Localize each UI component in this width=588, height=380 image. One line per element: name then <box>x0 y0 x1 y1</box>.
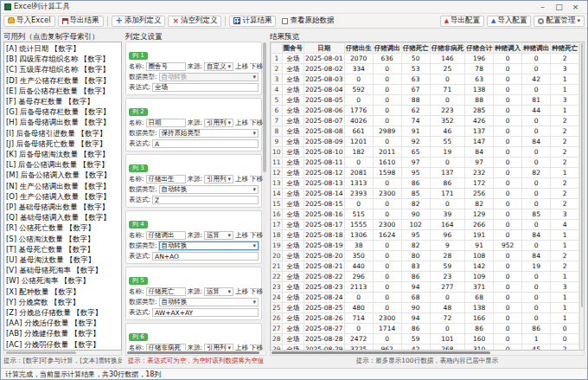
available-column-item[interactable]: [P] 基础母猪调出数量 【数字】 <box>6 202 119 212</box>
import-config-button[interactable]: ▲ 导入配置 <box>487 16 531 27</box>
table-row[interactable]: 24全场2025-08-2400680680010 <box>272 293 585 303</box>
available-column-item[interactable]: [E] 后备公猪存栏数量 【数字】 <box>6 86 119 96</box>
result-table-vscrollbar[interactable] <box>579 42 584 350</box>
column-definitions-hscrollbar[interactable] <box>125 351 266 356</box>
scrollbar-thumb[interactable] <box>263 42 266 172</box>
available-column-item[interactable]: [X] 配种数量 【数字】 <box>6 287 119 297</box>
available-column-item[interactable]: [AC] 分娩弱仔数量 【数字】 <box>6 339 119 350</box>
minimize-icon[interactable]: – <box>534 2 551 13</box>
move-up-button[interactable]: 上移 <box>235 344 248 351</box>
column-name-input[interactable] <box>146 344 186 351</box>
column-header[interactable]: 日期 <box>304 43 345 54</box>
table-row[interactable]: 8全场2025-08-08661298991461370020 <box>272 126 585 137</box>
column-header[interactable]: 仔猪合计 <box>465 43 494 54</box>
maximize-icon[interactable]: □ <box>551 2 567 13</box>
available-column-item[interactable]: [I] 后备母猪引进数量 【数字】 <box>6 128 119 138</box>
available-column-item[interactable]: [W] 公猪死淘率 【数字】 <box>6 275 119 286</box>
export-result-button[interactable]: 导出结果 <box>58 16 104 27</box>
table-row[interactable]: 5全场2025-08-05008808808130 <box>272 95 585 106</box>
source-select[interactable]: 运算▾ <box>204 287 233 296</box>
table-row[interactable]: 10全场2025-08-1018220116519840020 <box>272 147 585 158</box>
available-column-item[interactable]: [G] 后备母猪存栏数量 【数字】 <box>6 106 119 117</box>
available-column-item[interactable]: [M] 后备公猪调入数量 【数字】 <box>6 170 119 180</box>
move-up-button[interactable]: 上移 <box>235 119 248 127</box>
available-column-item[interactable]: [V] 基础母猪死淘率 【数字】 <box>6 265 119 275</box>
move-down-button[interactable]: 下移 <box>250 231 263 240</box>
view-raw-data-checkbox[interactable]: 查看原始数据 <box>278 16 337 27</box>
column-header[interactable]: 种猪调入 <box>494 43 522 54</box>
column-header[interactable]: 种猪调出 <box>522 43 551 54</box>
column-header[interactable]: 种猪死亡 <box>551 43 579 54</box>
table-row[interactable]: 9全场2025-08-0912010925514708420 <box>272 137 585 147</box>
available-column-item[interactable]: [B] 四级库存组织名称 【数字】 <box>6 54 119 64</box>
move-down-button[interactable]: 下移 <box>250 62 263 71</box>
table-row[interactable]: 1全场2025-08-012070636501461960020 <box>272 54 585 64</box>
column-header[interactable]: 仔猪非病死 <box>430 43 465 54</box>
table-row[interactable]: 23全场2025-08-2321130942773710030 <box>272 282 585 293</box>
column-header[interactable]: 仔猪死亡 <box>401 43 430 54</box>
add-column-button[interactable]: + 添加列定义 <box>112 16 166 27</box>
available-columns-hscrollbar[interactable] <box>3 351 122 356</box>
source-select[interactable]: 引用列▾ <box>204 119 233 127</box>
table-row[interactable]: 27全场2025-08-27017148608608600 <box>272 324 585 334</box>
available-column-item[interactable]: [L] 后备公猪调出数量 【数字】 <box>6 159 119 170</box>
available-column-item[interactable]: [A] 统计日期 【数字】 <box>6 43 119 54</box>
available-column-item[interactable]: [S] 公猪淘汰数量 【数字】 <box>6 234 119 244</box>
expression-input[interactable] <box>152 308 259 317</box>
scrollbar-thumb[interactable] <box>6 351 76 354</box>
available-column-item[interactable]: [N] 生产公猪调出数量 【数字】 <box>6 181 119 191</box>
available-column-item[interactable]: [F] 基母存栏数量 【数字】 <box>6 96 119 106</box>
column-name-input[interactable] <box>146 175 186 184</box>
clear-columns-button[interactable]: × 清空列定义 <box>168 16 221 27</box>
expression-input[interactable] <box>152 196 259 204</box>
scrollbar-thumb[interactable] <box>127 351 259 354</box>
expression-input[interactable] <box>152 83 259 92</box>
available-columns-list[interactable]: [A] 统计日期 【数字】[B] 四级库存组织名称 【数字】[C] 五级库存组织… <box>3 42 122 351</box>
available-column-item[interactable]: [O] 生产公猪调入数量 【数字】 <box>6 191 119 202</box>
scrollbar-thumb[interactable] <box>581 43 583 307</box>
move-up-button[interactable]: 上移 <box>235 287 248 296</box>
available-column-item[interactable]: [K] 后备母猪淘汰数量 【数字】 <box>6 149 119 159</box>
available-column-item[interactable]: [Z] 分娩总仔猪数量 【数字】 <box>6 307 119 318</box>
export-config-button[interactable]: ▲ 导出配置 <box>440 16 484 27</box>
expression-input[interactable] <box>152 252 259 261</box>
column-definitions-vscrollbar[interactable] <box>263 42 266 351</box>
table-row[interactable]: 22全场2025-08-22296086231090010 <box>272 272 585 282</box>
available-column-item[interactable]: [U] 基母淘汰数量 【数字】 <box>6 254 119 265</box>
scrollbar-thumb[interactable] <box>272 351 490 354</box>
move-down-button[interactable]: 下移 <box>250 175 263 184</box>
available-column-item[interactable]: [R] 公猪死亡数量 【数字】 <box>6 222 119 233</box>
column-header[interactable]: 仔猪调出 <box>373 43 401 54</box>
available-column-item[interactable]: [T] 基母死亡数量 【数字】 <box>6 244 119 254</box>
table-row[interactable]: 15全场2025-08-1500820820020 <box>272 199 585 209</box>
table-row[interactable]: 19全场2025-08-1938082991952010 <box>272 241 585 251</box>
column-name-input[interactable] <box>146 62 186 71</box>
dtype-select[interactable]: 自动转换▾ <box>159 298 259 306</box>
column-name-input[interactable] <box>146 231 186 240</box>
move-down-button[interactable]: 下移 <box>250 287 263 296</box>
column-name-input[interactable] <box>146 119 186 127</box>
table-row[interactable]: 21全场2025-08-214400835914201920 <box>272 261 585 272</box>
table-row[interactable]: 7全场2025-08-0740260743524260020 <box>272 116 585 126</box>
result-table-hscrollbar[interactable] <box>270 351 585 356</box>
available-column-item[interactable]: [J] 后备母猪死亡数量 【数字】 <box>6 138 119 149</box>
import-excel-button[interactable]: 导入Excel <box>3 16 55 27</box>
dtype-select[interactable]: 自动转换▾ <box>159 185 259 194</box>
move-up-button[interactable]: 上移 <box>235 231 248 240</box>
calculate-button[interactable]: 计算结果 <box>229 16 276 27</box>
table-row[interactable]: 6全场2025-08-06177606222328504410 <box>272 106 585 116</box>
table-row[interactable]: 18全场2025-08-1813061624959619108410 <box>272 230 585 241</box>
available-column-item[interactable]: [AB] 分娩健仔数量 【数字】 <box>6 328 119 338</box>
dtype-select[interactable]: 保持原始类型▾ <box>159 129 259 138</box>
available-column-item[interactable]: [H] 后备母猪调出数量 【数字】 <box>6 117 119 127</box>
available-column-item[interactable]: [AA] 分娩活仔数量 【数字】 <box>6 318 119 328</box>
table-row[interactable]: 3全场2025-08-03006306304210 <box>272 74 585 85</box>
table-row[interactable]: 13全场2025-08-131313086861720020 <box>272 178 585 189</box>
column-header[interactable]: 圈舍号 <box>282 43 304 54</box>
column-name-input[interactable] <box>146 287 186 296</box>
source-select[interactable]: 引用列▾ <box>204 344 233 351</box>
source-select[interactable]: 运算▾ <box>204 231 233 240</box>
table-row[interactable]: 14全场2025-08-1423932300851712560020 <box>272 189 585 199</box>
available-column-item[interactable]: [Q] 基础母猪调入数量 【数字】 <box>6 212 119 222</box>
table-row[interactable]: 12全场2025-08-12208115989513723208210 <box>272 168 585 178</box>
